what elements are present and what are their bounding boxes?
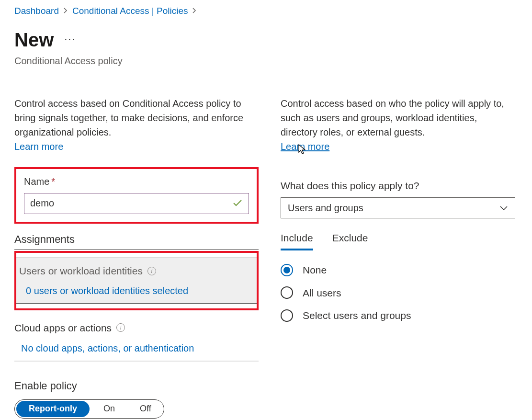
radio-icon — [281, 264, 293, 276]
select-value: Users and groups — [288, 201, 363, 215]
page-subtitle: Conditional Access policy — [14, 54, 532, 68]
chevron-right-icon — [64, 7, 68, 16]
users-identities-row[interactable]: Users or workload identities i — [19, 264, 254, 278]
radio-icon — [281, 309, 293, 322]
name-label: Name* — [24, 175, 249, 188]
include-radio-group: None All users Select users and groups — [281, 263, 515, 322]
name-input[interactable] — [24, 193, 249, 214]
radio-all-users[interactable]: All users — [281, 286, 515, 300]
chevron-down-icon — [499, 201, 508, 215]
radio-select-users[interactable]: Select users and groups — [281, 308, 515, 322]
toggle-on[interactable]: On — [91, 400, 127, 418]
users-identities-selected-link[interactable]: 0 users or workload identities selected — [26, 284, 254, 297]
tab-include[interactable]: Include — [281, 231, 313, 250]
chevron-right-icon — [192, 7, 196, 16]
page-title: New — [14, 26, 54, 53]
info-icon[interactable]: i — [147, 267, 156, 275]
include-exclude-tabs: Include Exclude — [281, 231, 515, 250]
breadcrumb-dashboard[interactable]: Dashboard — [14, 5, 59, 18]
learn-more-link-right[interactable]: Learn more — [281, 141, 329, 152]
required-asterisk-icon: * — [51, 176, 55, 187]
check-icon — [233, 197, 242, 210]
tab-exclude[interactable]: Exclude — [332, 231, 368, 250]
left-description: Control access based on Conditional Acce… — [14, 96, 259, 154]
toggle-report-only[interactable]: Report-only — [16, 401, 90, 417]
users-identities-highlight: Users or workload identities i 0 users o… — [14, 251, 259, 310]
info-icon[interactable]: i — [116, 323, 125, 332]
enable-policy-label: Enable policy — [14, 379, 259, 394]
cloud-apps-row[interactable]: Cloud apps or actions i — [14, 321, 259, 335]
enable-policy-toggle[interactable]: Report-only On Off — [14, 399, 164, 419]
right-description: Control access based on who the policy w… — [281, 96, 515, 154]
apply-to-select[interactable]: Users and groups — [281, 197, 515, 218]
breadcrumb-conditional-access[interactable]: Conditional Access | Policies — [72, 5, 188, 18]
radio-none[interactable]: None — [281, 263, 515, 277]
assignments-header: Assignments — [14, 232, 259, 250]
learn-more-link-left[interactable]: Learn more — [14, 141, 63, 152]
name-field-highlight: Name* — [14, 167, 259, 224]
cloud-apps-selected-link[interactable]: No cloud apps, actions, or authenticatio… — [21, 341, 259, 355]
more-actions-icon[interactable]: ··· — [64, 32, 76, 47]
apply-to-label: What does this policy apply to? — [281, 179, 515, 193]
radio-icon — [281, 286, 293, 299]
breadcrumb: Dashboard Conditional Access | Policies — [14, 5, 532, 18]
toggle-off[interactable]: Off — [127, 400, 164, 418]
